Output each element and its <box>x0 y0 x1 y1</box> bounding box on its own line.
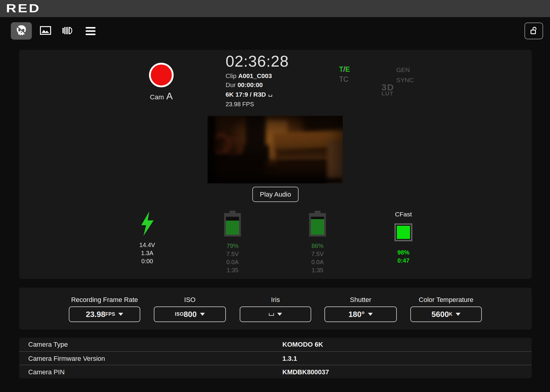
duration-row: Dur 00:00:00 <box>226 82 289 88</box>
red-logo: RED <box>6 2 41 15</box>
controls-panel: Recording Frame Rate 23.98FPS ISO ISO800… <box>19 288 532 330</box>
3dlut-badge: 3D LUT <box>381 83 400 96</box>
toolbar <box>0 17 550 47</box>
crop-icon <box>269 95 272 97</box>
info-label: Camera Type <box>28 338 68 351</box>
format-row: 6K 17:9 / R3D <box>226 91 289 98</box>
3dlut-top: 3D <box>381 83 400 91</box>
unlock-icon <box>529 26 538 36</box>
battery-fill <box>311 219 324 235</box>
battery1-voltage: 7.5V <box>213 250 252 258</box>
cam-label: Cam <box>150 93 164 101</box>
media-status: CFast 98% 0:47 <box>384 211 423 265</box>
info-label: Camera Firmware Version <box>28 352 105 365</box>
te-indicator: T/E <box>339 65 350 74</box>
te-e: E <box>345 65 350 73</box>
frame-rate-dropdown[interactable]: 23.98FPS <box>69 306 140 322</box>
color-temp-dropdown[interactable]: 5600K <box>410 306 482 322</box>
cfast-card-icon <box>394 223 412 241</box>
chevron-down-icon <box>368 313 373 316</box>
media-percent: 98% <box>384 249 423 257</box>
iso-prefix: ISO <box>175 312 184 317</box>
menu-button[interactable] <box>82 22 99 40</box>
skull-icon <box>15 24 28 38</box>
iris-label: Iris <box>240 296 311 304</box>
iso-group: ISO ISO800 <box>154 288 226 330</box>
battery1-status: 79% 7.5V 0.0A 1:35 <box>213 211 252 274</box>
preview-vignette <box>208 116 343 183</box>
frame-rate-value: 23.98 <box>86 310 105 319</box>
frame-rate-label: Recording Frame Rate <box>69 296 140 304</box>
no-lens-icon <box>269 313 274 316</box>
te-t: T <box>339 65 343 73</box>
fps-row: 23.98 FPS <box>226 101 289 108</box>
lens-icon <box>62 26 73 36</box>
iris-group: Iris <box>240 288 311 330</box>
gen-indicator: GEN <box>396 66 410 74</box>
battery2-current: 0.0A <box>298 258 337 266</box>
lock-button[interactable] <box>524 23 543 39</box>
battery2-time: 1:35 <box>298 266 337 274</box>
battery2-percent: 86% <box>298 242 337 250</box>
shutter-dropdown[interactable]: 180° <box>324 306 397 322</box>
shutter-value: 180° <box>348 310 365 319</box>
ac-current: 1.3A <box>128 249 167 257</box>
color-temp-unit: K <box>449 312 452 317</box>
clip-row: Clip A001_C003 <box>226 73 289 79</box>
color-temp-label: Color Temperature <box>410 296 482 304</box>
camera-name: CamA <box>131 91 191 102</box>
clip-label: Clip <box>226 72 236 79</box>
color-temp-value: 5600 <box>432 310 449 319</box>
tab-monitor[interactable] <box>37 22 54 40</box>
play-audio-button[interactable]: Play Audio <box>252 187 299 202</box>
tab-lens[interactable] <box>59 22 76 40</box>
tc-indicator: TC <box>339 75 348 83</box>
ac-time: 0:00 <box>128 257 167 265</box>
shutter-label: Shutter <box>324 296 397 304</box>
iris-dropdown[interactable] <box>240 306 311 322</box>
table-row: Camera Firmware Version 1.3.1 <box>19 351 532 365</box>
clip-name: A001_C003 <box>238 72 272 79</box>
battery-icon <box>224 211 241 237</box>
sync-indicator: SYNC <box>396 77 414 84</box>
tab-camera-status[interactable] <box>11 22 32 40</box>
image-icon <box>40 26 51 36</box>
live-preview-image <box>208 116 343 183</box>
battery-fill <box>226 221 239 235</box>
table-row: Camera PIN KMDBK800037 <box>19 365 532 378</box>
status-panel: CamA 02:36:28 Clip A001_C003 Dur 00:00:0… <box>19 50 532 279</box>
battery2-status: 86% 7.5V 0.0A 1:35 <box>298 211 337 274</box>
app-header: RED <box>0 0 550 17</box>
table-row: Camera Type KOMODO 6K <box>19 338 532 351</box>
lightning-icon <box>128 210 167 237</box>
timecode: 02:36:28 <box>226 52 289 70</box>
battery-icon <box>309 211 326 237</box>
chevron-down-icon <box>456 313 460 316</box>
camera-info-table: Camera Type KOMODO 6K Camera Firmware Ve… <box>19 338 532 378</box>
chevron-down-icon <box>277 313 282 316</box>
timecode-block: 02:36:28 Clip A001_C003 Dur 00:00:00 6K … <box>226 52 289 108</box>
dur-value: 00:00:00 <box>238 81 263 88</box>
info-label: Camera PIN <box>28 365 65 379</box>
iso-dropdown[interactable]: ISO800 <box>154 306 226 322</box>
menu-icon <box>86 25 96 37</box>
frame-rate-group: Recording Frame Rate 23.98FPS <box>69 288 140 330</box>
battery1-current: 0.0A <box>213 258 252 266</box>
info-value: KMDBK800037 <box>282 365 329 379</box>
record-button[interactable] <box>149 63 174 87</box>
battery1-time: 1:35 <box>213 266 252 274</box>
info-value: KOMODO 6K <box>282 338 323 351</box>
iso-label: ISO <box>154 296 226 304</box>
battery2-voltage: 7.5V <box>298 250 337 258</box>
info-value: 1.3.1 <box>282 352 297 365</box>
shutter-group: Shutter 180° <box>324 288 397 330</box>
chevron-down-icon <box>118 313 123 316</box>
media-time: 0:47 <box>384 257 423 265</box>
color-temp-group: Color Temperature 5600K <box>410 288 482 330</box>
format-value: 6K 17:9 / R3D <box>226 91 266 98</box>
ac-voltage: 14.4V <box>128 241 167 249</box>
iso-value: 800 <box>184 310 196 319</box>
media-label: CFast <box>384 211 423 218</box>
battery1-percent: 79% <box>213 242 252 250</box>
dur-label: Dur <box>226 81 236 88</box>
